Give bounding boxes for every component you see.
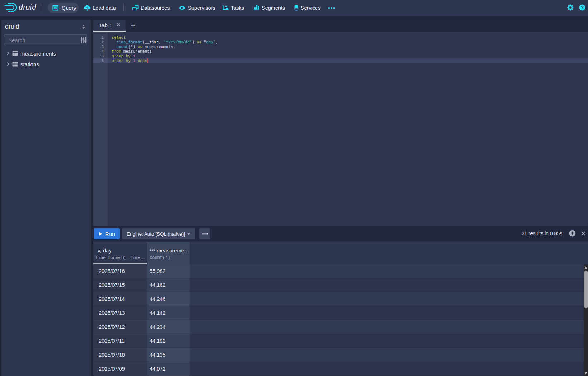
svg-text:?: ?	[581, 5, 584, 10]
